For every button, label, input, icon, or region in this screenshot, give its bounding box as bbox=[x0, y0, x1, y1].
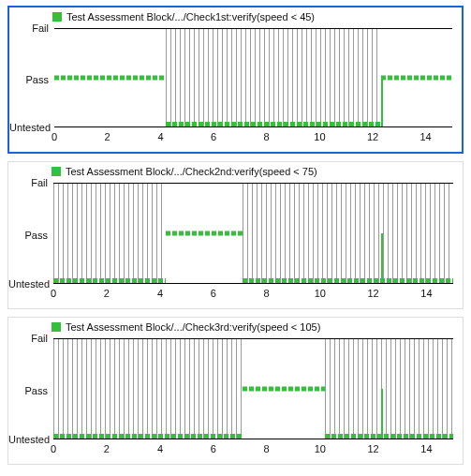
legend-swatch bbox=[52, 322, 61, 332]
pass-seg bbox=[54, 76, 166, 81]
legend: Test Assessment Block/.../Check1st:verif… bbox=[52, 11, 315, 22]
x-axis: 0 2 4 6 8 10 12 14 bbox=[54, 131, 452, 148]
y-tick-fail: Fail bbox=[8, 333, 52, 344]
untested-track bbox=[53, 434, 453, 439]
x-tick: 14 bbox=[420, 288, 432, 299]
x-tick: 8 bbox=[264, 288, 270, 299]
x-tick: 10 bbox=[314, 131, 325, 142]
unt-seg bbox=[53, 434, 243, 439]
pass-track bbox=[53, 231, 453, 236]
chart-panel-2[interactable]: Test Assessment Block/.../Check2nd:verif… bbox=[7, 161, 464, 309]
unt-seg bbox=[166, 122, 381, 126]
pass-track bbox=[54, 76, 452, 81]
legend-label: Test Assessment Block/.../Check1st:verif… bbox=[66, 11, 315, 22]
x-tick: 2 bbox=[104, 131, 110, 142]
pass-seg bbox=[243, 387, 325, 392]
legend: Test Assessment Block/.../Check2nd:verif… bbox=[52, 166, 317, 177]
x-tick: 10 bbox=[315, 288, 326, 299]
pass-seg bbox=[166, 231, 243, 236]
x-tick: 6 bbox=[211, 288, 216, 299]
legend-swatch bbox=[52, 12, 62, 22]
legend-swatch bbox=[52, 167, 61, 176]
legend-label: Test Assessment Block/.../Check3rd:verif… bbox=[66, 321, 320, 333]
y-tick-pass: Pass bbox=[9, 74, 52, 85]
x-tick: 6 bbox=[211, 443, 216, 454]
legend: Test Assessment Block/.../Check3rd:verif… bbox=[52, 321, 320, 333]
x-axis: 0 2 4 6 8 10 12 14 bbox=[53, 443, 453, 460]
x-tick: 8 bbox=[264, 443, 270, 454]
x-tick: 6 bbox=[211, 131, 216, 142]
x-tick: 0 bbox=[52, 131, 57, 142]
unt-seg bbox=[243, 278, 453, 283]
x-tick: 12 bbox=[367, 443, 378, 454]
y-tick-fail: Fail bbox=[9, 22, 52, 34]
y-tick-untested: Untested bbox=[9, 122, 52, 133]
chart-panel-1[interactable]: Test Assessment Block/.../Check1st:verif… bbox=[7, 6, 464, 154]
y-tick-untested: Untested bbox=[8, 434, 52, 445]
plot-area bbox=[53, 183, 453, 284]
untested-track bbox=[53, 278, 453, 283]
x-tick: 12 bbox=[367, 288, 378, 299]
transition-spike bbox=[381, 78, 383, 126]
x-tick: 0 bbox=[51, 288, 56, 299]
legend-label: Test Assessment Block/.../Check2nd:verif… bbox=[66, 166, 317, 177]
x-tick: 8 bbox=[263, 131, 269, 142]
unt-seg bbox=[53, 278, 166, 283]
x-tick: 14 bbox=[419, 131, 431, 142]
transition-spike bbox=[381, 389, 383, 439]
y-tick-fail: Fail bbox=[8, 177, 52, 188]
x-tick: 0 bbox=[51, 443, 56, 454]
y-tick-pass: Pass bbox=[8, 385, 52, 396]
unt-seg bbox=[325, 434, 453, 439]
plot-area bbox=[54, 28, 452, 127]
transition-spike bbox=[381, 233, 383, 283]
y-tick-pass: Pass bbox=[8, 230, 52, 241]
x-tick: 14 bbox=[420, 443, 432, 454]
untested-track bbox=[54, 122, 452, 126]
charts-stage: Test Assessment Block/.../Check1st:verif… bbox=[0, 0, 471, 476]
y-tick-untested: Untested bbox=[8, 278, 52, 290]
x-tick: 4 bbox=[157, 288, 163, 299]
x-tick: 12 bbox=[367, 131, 378, 142]
x-axis: 0 2 4 6 8 10 12 14 bbox=[53, 288, 453, 305]
x-tick: 4 bbox=[157, 131, 163, 142]
chart-panel-3[interactable]: Test Assessment Block/.../Check3rd:verif… bbox=[7, 317, 464, 465]
x-tick: 10 bbox=[315, 443, 326, 454]
x-tick: 2 bbox=[104, 288, 110, 299]
x-tick: 2 bbox=[104, 443, 110, 454]
x-tick: 4 bbox=[157, 443, 163, 454]
plot-area bbox=[53, 338, 453, 439]
pass-track bbox=[53, 387, 453, 392]
pass-seg bbox=[381, 76, 453, 81]
